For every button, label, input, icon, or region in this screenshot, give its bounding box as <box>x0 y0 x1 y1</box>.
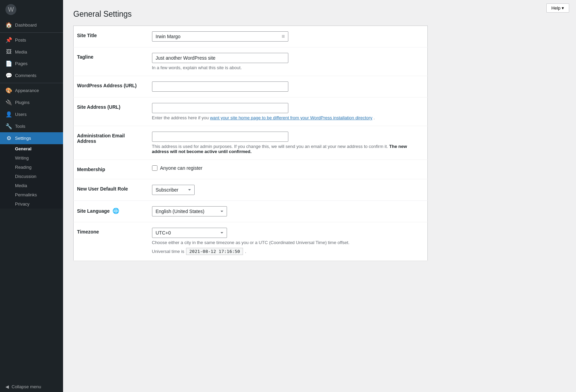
membership-checkbox-row: Anyone can register <box>152 165 424 171</box>
site-title-icon: ≡ <box>282 33 285 40</box>
site-address-input[interactable] <box>152 103 288 113</box>
sidebar-label-plugins: Plugins <box>15 100 30 105</box>
users-icon: 👤 <box>5 111 12 118</box>
sidebar-sub-privacy[interactable]: Privacy <box>0 199 63 209</box>
wordpress-icon: W <box>5 4 16 15</box>
sidebar-item-pages[interactable]: 📄 Pages <box>0 58 63 70</box>
timezone-description: Choose either a city in the same timezon… <box>152 240 424 245</box>
collapse-label: Collapse menu <box>12 384 41 389</box>
appearance-icon: 🎨 <box>5 87 12 94</box>
admin-email-description: This address is used for admin purposes.… <box>152 144 424 154</box>
sidebar-item-comments[interactable]: 💬 Comments <box>0 70 63 81</box>
sidebar-label-dashboard: Dashboard <box>15 22 37 28</box>
sidebar-label-pages: Pages <box>15 61 28 66</box>
sidebar-item-tools[interactable]: 🔧 Tools <box>0 120 63 132</box>
collapse-menu-button[interactable]: ◀ Collapse menu <box>0 381 63 392</box>
help-button[interactable]: Help ▾ <box>546 3 569 13</box>
sidebar-sub-permalinks[interactable]: Permalinks <box>0 190 63 199</box>
site-language-row: Site Language 🌐 English (United States) <box>74 201 428 222</box>
tagline-description: In a few words, explain what this site i… <box>152 65 424 70</box>
sidebar-logo: W <box>0 0 63 19</box>
collapse-icon: ◀ <box>5 384 9 389</box>
nav-separator-2 <box>0 83 63 83</box>
site-address-link[interactable]: want your site home page to be different… <box>210 115 372 120</box>
sidebar-sub-writing[interactable]: Writing <box>0 153 63 163</box>
site-title-label: Site Title <box>77 33 97 38</box>
posts-icon: 📌 <box>5 37 12 43</box>
sidebar-label-comments: Comments <box>15 73 36 78</box>
sidebar-sub-media[interactable]: Media <box>0 181 63 190</box>
wordpress-address-label: WordPress Address (URL) <box>77 83 137 88</box>
wordpress-address-input[interactable] <box>152 81 288 92</box>
settings-table: Site Title ≡ Tagline In a few words, exp… <box>73 26 428 261</box>
sidebar-item-posts[interactable]: 📌 Posts <box>0 34 63 46</box>
universal-time-value: 2021-08-12 17:16:50 <box>186 248 243 255</box>
admin-email-row: Administration Email Address This addres… <box>74 126 428 160</box>
site-address-row: Site Address (URL) Enter the address her… <box>74 97 428 126</box>
sidebar-nav: 🏠 Dashboard 📌 Posts 🖼 Media 📄 Pages 💬 Co… <box>0 19 63 209</box>
sidebar-label-users: Users <box>15 112 27 117</box>
timezone-select[interactable]: UTC+0 UTC-5 UTC-8 UTC+1 UTC+5:30 <box>152 228 227 238</box>
site-language-select[interactable]: English (United States) <box>152 206 227 216</box>
sidebar-item-plugins[interactable]: 🔌 Plugins <box>0 96 63 108</box>
sidebar-item-media[interactable]: 🖼 Media <box>0 46 63 58</box>
settings-icon: ⚙ <box>5 135 12 141</box>
sidebar-sub-discussion[interactable]: Discussion <box>0 172 63 181</box>
plugins-icon: 🔌 <box>5 99 12 106</box>
admin-email-label: Administration Email Address <box>77 133 125 144</box>
sidebar-label-media: Media <box>15 49 27 55</box>
sidebar-label-posts: Posts <box>15 37 26 43</box>
membership-row: Membership Anyone can register <box>74 160 428 179</box>
new-user-role-select[interactable]: Subscriber Contributor Author Editor Adm… <box>152 185 195 195</box>
tagline-label: Tagline <box>77 54 93 60</box>
sidebar-label-tools: Tools <box>15 124 25 129</box>
translate-icon: 🌐 <box>112 208 119 214</box>
pages-icon: 📄 <box>5 60 12 67</box>
sidebar-sub-reading[interactable]: Reading <box>0 163 63 172</box>
membership-checkbox-label[interactable]: Anyone can register <box>160 165 203 171</box>
sidebar-label-settings: Settings <box>15 136 31 141</box>
help-button-label: Help ▾ <box>551 5 564 11</box>
site-address-label: Site Address (URL) <box>77 104 120 110</box>
sidebar-label-appearance: Appearance <box>15 88 39 93</box>
sidebar-item-users[interactable]: 👤 Users <box>0 108 63 120</box>
site-title-input-wrapper: ≡ <box>152 31 288 42</box>
sidebar: W 🏠 Dashboard 📌 Posts 🖼 Media 📄 Pages 💬 … <box>0 0 63 392</box>
comments-icon: 💬 <box>5 72 12 79</box>
timezone-label: Timezone <box>77 229 99 235</box>
new-user-role-row: New User Default Role Subscriber Contrib… <box>74 179 428 201</box>
universal-time-row: Universal time is 2021-08-12 17:16:50 . <box>152 248 424 255</box>
media-icon: 🖼 <box>5 49 12 55</box>
site-title-input[interactable] <box>152 31 288 42</box>
new-user-role-label: New User Default Role <box>77 186 128 192</box>
site-title-row: Site Title ≡ <box>74 26 428 47</box>
sidebar-item-settings[interactable]: ⚙ Settings <box>0 132 63 144</box>
tagline-row: Tagline In a few words, explain what thi… <box>74 47 428 76</box>
admin-email-input[interactable] <box>152 132 288 142</box>
site-language-label: Site Language 🌐 <box>77 208 119 214</box>
nav-separator-1 <box>0 32 63 33</box>
timezone-row: Timezone UTC+0 UTC-5 UTC-8 UTC+1 UTC+5:3… <box>74 222 428 261</box>
wordpress-address-row: WordPress Address (URL) <box>74 76 428 97</box>
sidebar-sub-general[interactable]: General <box>0 144 63 153</box>
membership-label: Membership <box>77 167 105 172</box>
site-address-description: Enter the address here if you want your … <box>152 115 424 120</box>
dashboard-icon: 🏠 <box>5 22 12 28</box>
tools-icon: 🔧 <box>5 123 12 130</box>
membership-checkbox[interactable] <box>152 165 157 171</box>
main-content: Help ▾ General Settings Site Title ≡ Tag… <box>63 0 576 392</box>
sidebar-item-dashboard[interactable]: 🏠 Dashboard <box>0 19 63 31</box>
sidebar-item-appearance[interactable]: 🎨 Appearance <box>0 85 63 96</box>
settings-submenu: General Writing Reading Discussion Media… <box>0 144 63 209</box>
page-title: General Settings <box>73 10 428 19</box>
tagline-input[interactable] <box>152 53 288 63</box>
